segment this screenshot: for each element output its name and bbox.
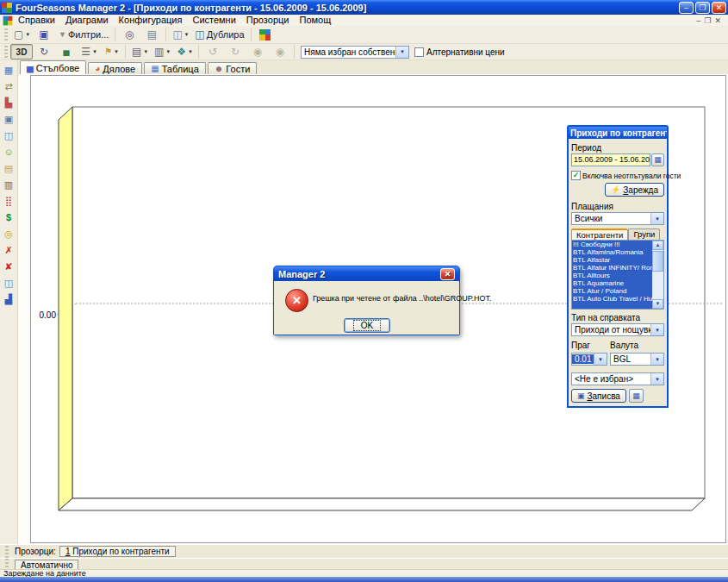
rotate-chart-button[interactable]: ↻: [33, 44, 55, 59]
panel-title-bar[interactable]: Приходи по контрагенти ✕: [569, 127, 667, 139]
alt-prices-checkbox[interactable]: [414, 47, 424, 57]
load-button-label: Зарежда: [623, 185, 658, 195]
save-settings-button[interactable]: ▣ Записва: [571, 389, 626, 403]
folder-icon[interactable]: ▤: [2, 161, 16, 175]
cascade-icon[interactable]: ◫: [2, 128, 16, 142]
scroll-down-icon[interactable]: ▼: [652, 299, 663, 309]
cube-view-button[interactable]: ❖ ▾: [173, 44, 196, 59]
copy-button[interactable]: ◫ ▾: [169, 26, 191, 43]
panel-title: Приходи по контрагенти: [570, 128, 667, 138]
series-style-button[interactable]: ▅: [55, 44, 78, 59]
list-scrollbar[interactable]: ▲ ▼: [652, 241, 663, 309]
guests-icon[interactable]: ☺: [2, 145, 16, 159]
duplicate-button[interactable]: ◫ Дублира: [191, 26, 247, 43]
dialog-close-button[interactable]: ✕: [440, 268, 455, 280]
title-bar: FourSeasons Manager 2 - [Приходи по конт…: [0, 0, 728, 15]
cancel-fee-icon[interactable]: ✘: [2, 260, 16, 273]
list-item[interactable]: BTL Aquamarine: [572, 279, 652, 287]
include-guests-checkbox[interactable]: ✓: [571, 171, 581, 180]
tab-pie[interactable]: ◕ Дялове: [88, 62, 142, 74]
mdi-restore-button[interactable]: ❐: [704, 16, 711, 25]
tab-guests[interactable]: ☻ Гости: [208, 62, 258, 74]
menu-windows[interactable]: Прозорци: [241, 15, 295, 26]
transfer-icon[interactable]: ⇄: [2, 79, 16, 93]
left-icon-toolbar: ▦ ⇄ ▙ ▣ ◫ ☺ ▤ ▥ ⣿ $ ◎ ✗ ✘ ◫ ▟: [0, 60, 18, 544]
mdi-minimize-button[interactable]: –: [696, 16, 700, 25]
chart-report-button[interactable]: [254, 26, 277, 43]
ledger-icon[interactable]: ▥: [2, 178, 16, 191]
list-item[interactable]: BTL Alfastar: [572, 256, 652, 264]
list-item[interactable]: BTL Auto Club Travel / Hungary: [572, 295, 652, 303]
chart-floor: [59, 498, 705, 510]
calendar-button[interactable]: ▦: [651, 153, 664, 166]
grid-options-button[interactable]: ▦: [629, 389, 644, 403]
menu-reports[interactable]: Справки: [13, 15, 60, 26]
owner-combo[interactable]: Няма избран собственици ▾: [301, 46, 409, 59]
save-button[interactable]: ▣: [33, 26, 55, 43]
restore-button[interactable]: ❐: [695, 2, 710, 14]
rotate-left-button[interactable]: ↺: [202, 44, 224, 59]
load-button[interactable]: ⚡ Зарежда: [605, 183, 664, 197]
chevron-down-icon: ▾: [185, 31, 189, 38]
period-input[interactable]: 15.06.2009 - 15.06.2009: [571, 153, 650, 166]
rooms-grid-icon[interactable]: ▦: [2, 63, 16, 77]
scrollbar-thumb[interactable]: [652, 251, 663, 272]
chevron-down-icon: ▾: [115, 48, 118, 55]
payments-combo[interactable]: Всички ▾: [571, 212, 664, 225]
print-button[interactable]: ▤: [140, 26, 163, 43]
threshold-combo[interactable]: 0.01 ▾: [571, 353, 607, 366]
currency-combo[interactable]: BGL ▾: [610, 353, 664, 366]
tab-table[interactable]: ▦ Таблица: [144, 62, 206, 74]
windows-bar: Прозорци: 1 Приходи по контрагенти: [0, 544, 728, 558]
new-report-button[interactable]: ▢ ▾: [10, 26, 33, 43]
rotate-right-button[interactable]: ↻: [224, 44, 246, 59]
menu-configuration[interactable]: Конфигурация: [114, 15, 188, 26]
list-item[interactable]: BTL Alltours: [572, 272, 652, 279]
template-combo[interactable]: <Не е избран> ▾: [571, 372, 664, 385]
tab-table-label: Таблица: [162, 64, 199, 74]
chart-view-tabs: ▅ Стълбове ◕ Дялове ▦ Таблица ☻ Гости: [20, 60, 257, 74]
menu-system[interactable]: Системни: [187, 15, 240, 26]
threed-toggle-button[interactable]: 3D: [10, 44, 33, 59]
occupancy-grid-icon[interactable]: ⣿: [2, 194, 16, 208]
vgrid-icon: ▥: [154, 46, 164, 58]
minimize-button[interactable]: –: [679, 2, 694, 14]
list-item-partial[interactable]: [572, 303, 652, 309]
zoom-in-button[interactable]: ◉: [269, 44, 291, 59]
chart-icon[interactable]: ▙: [2, 96, 16, 110]
vertical-grid-button[interactable]: ▥ ▾: [151, 44, 173, 59]
toolbar-grip[interactable]: [4, 28, 8, 41]
horizontal-grid-button[interactable]: ▤ ▾: [128, 44, 151, 59]
tab-groups[interactable]: Групи: [628, 228, 660, 240]
legend-button[interactable]: ☰ ▾: [78, 44, 100, 59]
close-button[interactable]: ✕: [712, 2, 726, 14]
combo-arrow-icon: ▾: [650, 324, 663, 335]
calculator-icon[interactable]: ▣: [2, 112, 16, 126]
print-preview-button[interactable]: ◎: [118, 26, 140, 43]
coins-icon[interactable]: ◎: [2, 227, 16, 241]
window-list-icon[interactable]: ◫: [2, 276, 16, 290]
window-tab-button[interactable]: 1 Приходи по контрагенти: [59, 546, 176, 557]
scroll-up-icon[interactable]: ▲: [652, 241, 663, 250]
report-type-combo[interactable]: Приходи от нощувки ▾: [571, 323, 664, 336]
ok-button[interactable]: OK: [344, 318, 390, 333]
list-item[interactable]: BTL Atur / Poland: [572, 287, 652, 295]
zoom-out-button[interactable]: ◉: [246, 44, 269, 59]
menu-help[interactable]: Помощ: [294, 15, 336, 26]
menu-diagrams[interactable]: Диаграми: [60, 15, 114, 26]
list-item[interactable]: BTL Alfamina/Romania: [572, 248, 652, 256]
list-item[interactable]: !!! Свободни !!!: [572, 241, 652, 248]
list-item[interactable]: BTL Alfatur INFINITY/ Romania: [572, 264, 652, 272]
toolbar-grip[interactable]: [5, 546, 9, 558]
stats-icon[interactable]: ▟: [2, 292, 16, 306]
dialog-title-bar[interactable]: Manager 2 ✕: [274, 266, 459, 281]
labels-button[interactable]: ⚑ ▾: [100, 44, 122, 59]
filters-button[interactable]: ▼ Филтри...: [55, 26, 112, 43]
tab-contragents[interactable]: Контрагенти: [571, 228, 628, 240]
mdi-close-button[interactable]: ✕: [714, 16, 721, 25]
cancel-icon[interactable]: ✗: [2, 243, 16, 257]
contragents-list: !!! Свободни !!! BTL Alfamina/Romania BT…: [571, 240, 664, 310]
toolbar-grip[interactable]: [4, 46, 8, 58]
money-icon[interactable]: $: [2, 210, 16, 224]
tab-bars[interactable]: ▅ Стълбове: [20, 60, 86, 74]
